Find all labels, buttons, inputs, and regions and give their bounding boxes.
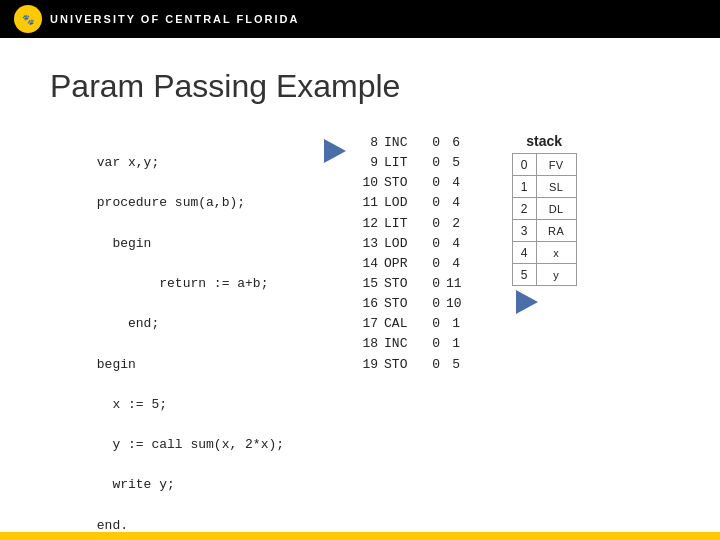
code-line-10: end. bbox=[97, 518, 128, 533]
stack-row-index: 0 bbox=[512, 154, 536, 176]
assembly-row: 17 CAL 0 1 bbox=[356, 314, 462, 334]
stack-row: 5 y bbox=[512, 264, 576, 286]
asm-num: 11 bbox=[356, 193, 378, 213]
asm-op: STO bbox=[384, 274, 420, 294]
code-line-3: begin bbox=[97, 236, 152, 251]
stack-row: 3 RA bbox=[512, 220, 576, 242]
asm-arg1: 0 bbox=[426, 173, 440, 193]
stack-row: 4 x bbox=[512, 242, 576, 264]
stack-row-label: RA bbox=[536, 220, 576, 242]
asm-arg1: 0 bbox=[426, 234, 440, 254]
pegasus-icon: 🐾 bbox=[14, 5, 42, 33]
assembly-row: 16 STO 0 10 bbox=[356, 294, 462, 314]
assembly-row: 15 STO 0 11 bbox=[356, 274, 462, 294]
assembly-row: 10 STO 0 4 bbox=[356, 173, 462, 193]
main-content: Param Passing Example var x,y; procedure… bbox=[0, 38, 720, 540]
asm-num: 14 bbox=[356, 254, 378, 274]
asm-arg2: 1 bbox=[446, 334, 460, 354]
asm-arg1: 0 bbox=[426, 314, 440, 334]
code-block: var x,y; procedure sum(a,b); begin retur… bbox=[50, 133, 284, 540]
stack-row-label: SL bbox=[536, 176, 576, 198]
asm-op: STO bbox=[384, 173, 420, 193]
svg-text:🐾: 🐾 bbox=[22, 13, 35, 26]
stack-row-index: 4 bbox=[512, 242, 536, 264]
asm-op: LIT bbox=[384, 153, 420, 173]
asm-arg1: 0 bbox=[426, 294, 440, 314]
content-area: var x,y; procedure sum(a,b); begin retur… bbox=[50, 133, 670, 540]
asm-arg2: 1 bbox=[446, 314, 460, 334]
stack-pointer-arrow bbox=[516, 290, 538, 314]
slide-title: Param Passing Example bbox=[50, 68, 670, 105]
asm-num: 16 bbox=[356, 294, 378, 314]
asm-arg2: 5 bbox=[446, 355, 460, 375]
code-line-9: write y; bbox=[97, 477, 175, 492]
stack-row-index: 3 bbox=[512, 220, 536, 242]
asm-arg2: 4 bbox=[446, 173, 460, 193]
asm-num: 9 bbox=[356, 153, 378, 173]
asm-op: STO bbox=[384, 294, 420, 314]
asm-arg1: 0 bbox=[426, 254, 440, 274]
assembly-arrow bbox=[324, 139, 346, 163]
asm-num: 15 bbox=[356, 274, 378, 294]
assembly-row: 19 STO 0 5 bbox=[356, 355, 462, 375]
code-line-4: return := a+b; bbox=[97, 276, 269, 291]
bottom-bar bbox=[0, 532, 720, 540]
code-line-1: var x,y; bbox=[97, 155, 159, 170]
asm-arg1: 0 bbox=[426, 193, 440, 213]
asm-op: INC bbox=[384, 133, 420, 153]
asm-op: INC bbox=[384, 334, 420, 354]
asm-num: 19 bbox=[356, 355, 378, 375]
asm-arg1: 0 bbox=[426, 133, 440, 153]
asm-arg2: 11 bbox=[446, 274, 462, 294]
stack-row-label: DL bbox=[536, 198, 576, 220]
asm-num: 12 bbox=[356, 214, 378, 234]
asm-arg1: 0 bbox=[426, 153, 440, 173]
stack-table: 0 FV 1 SL 2 DL 3 RA 4 x 5 y bbox=[512, 153, 577, 286]
stack-row: 2 DL bbox=[512, 198, 576, 220]
assembly-row: 12 LIT 0 2 bbox=[356, 214, 462, 234]
asm-arg2: 4 bbox=[446, 254, 460, 274]
code-line-7: x := 5; bbox=[97, 397, 167, 412]
asm-num: 13 bbox=[356, 234, 378, 254]
asm-num: 18 bbox=[356, 334, 378, 354]
ucf-logo: 🐾 UNIVERSITY OF CENTRAL FLORIDA bbox=[14, 5, 300, 33]
stack-arrow-area bbox=[512, 290, 577, 314]
stack-title: stack bbox=[512, 133, 577, 149]
asm-arg2: 6 bbox=[446, 133, 460, 153]
assembly-row: 13 LOD 0 4 bbox=[356, 234, 462, 254]
code-line-8: y := call sum(x, 2*x); bbox=[97, 437, 284, 452]
asm-op: LIT bbox=[384, 214, 420, 234]
asm-arg2: 10 bbox=[446, 294, 462, 314]
code-line-2: procedure sum(a,b); bbox=[97, 195, 245, 210]
asm-num: 8 bbox=[356, 133, 378, 153]
asm-num: 17 bbox=[356, 314, 378, 334]
asm-arg1: 0 bbox=[426, 274, 440, 294]
stack-row-label: x bbox=[536, 242, 576, 264]
assembly-row: 14 OPR 0 4 bbox=[356, 254, 462, 274]
assembly-area: 8 INC 0 6 9 LIT 0 5 10 STO 0 4 11 LOD 0 … bbox=[324, 133, 462, 375]
asm-arg1: 0 bbox=[426, 214, 440, 234]
stack-row-index: 1 bbox=[512, 176, 536, 198]
code-line-6: begin bbox=[97, 357, 136, 372]
assembly-row: 8 INC 0 6 bbox=[356, 133, 462, 153]
assembly-table: 8 INC 0 6 9 LIT 0 5 10 STO 0 4 11 LOD 0 … bbox=[356, 133, 462, 375]
university-name: UNIVERSITY OF CENTRAL FLORIDA bbox=[50, 13, 300, 25]
asm-op: LOD bbox=[384, 193, 420, 213]
asm-arg2: 2 bbox=[446, 214, 460, 234]
stack-row-label: y bbox=[536, 264, 576, 286]
asm-op: OPR bbox=[384, 254, 420, 274]
asm-num: 10 bbox=[356, 173, 378, 193]
stack-row-index: 5 bbox=[512, 264, 536, 286]
asm-arg1: 0 bbox=[426, 355, 440, 375]
stack-row-index: 2 bbox=[512, 198, 536, 220]
stack-row: 1 SL bbox=[512, 176, 576, 198]
stack-area: stack 0 FV 1 SL 2 DL 3 RA 4 x 5 y bbox=[512, 133, 577, 314]
asm-op: LOD bbox=[384, 234, 420, 254]
stack-row: 0 FV bbox=[512, 154, 576, 176]
asm-arg2: 4 bbox=[446, 193, 460, 213]
asm-op: STO bbox=[384, 355, 420, 375]
stack-row-label: FV bbox=[536, 154, 576, 176]
assembly-row: 18 INC 0 1 bbox=[356, 334, 462, 354]
asm-arg2: 5 bbox=[446, 153, 460, 173]
assembly-row: 11 LOD 0 4 bbox=[356, 193, 462, 213]
